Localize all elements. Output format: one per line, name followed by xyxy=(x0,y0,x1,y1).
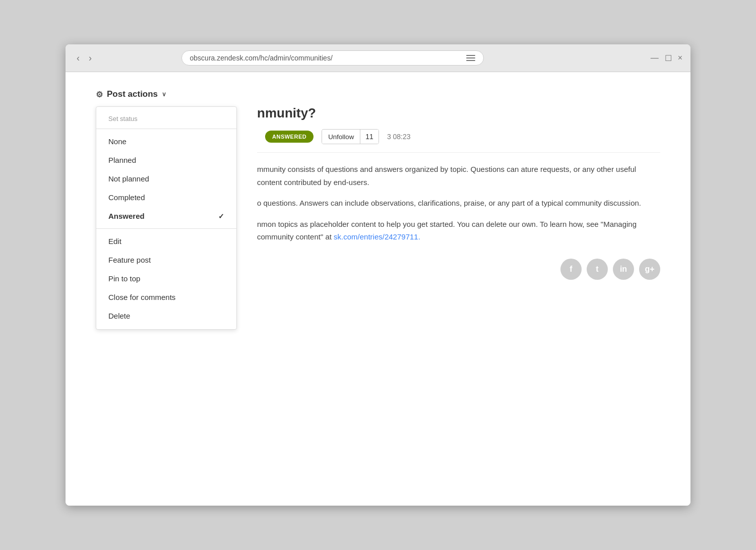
followers-count: 11 xyxy=(360,130,379,144)
article-paragraph-3: nmon topics as placeholder content to he… xyxy=(257,218,660,243)
chevron-down-icon: ∨ xyxy=(162,91,166,98)
page-content: ⚙ Post actions ∨ Set status None Planned… xyxy=(66,72,690,506)
post-actions-button[interactable]: ⚙ Post actions ∨ xyxy=(96,87,166,101)
nav-buttons: ‹ › xyxy=(74,52,95,65)
action-delete[interactable]: Delete xyxy=(96,307,236,325)
address-bar[interactable]: obscura.zendesk.com/hc/admin/communities… xyxy=(181,50,484,66)
action-close-for-comments[interactable]: Close for comments xyxy=(96,288,236,307)
post-actions-label: Post actions xyxy=(107,89,158,99)
status-answered-label: Answered xyxy=(108,212,145,220)
window-controls: — ☐ × xyxy=(651,53,682,63)
action-pin-to-top-label: Pin to top xyxy=(108,274,140,283)
status-not-planned[interactable]: Not planned xyxy=(96,169,236,188)
forward-button[interactable]: › xyxy=(86,52,95,65)
action-feature-post[interactable]: Feature post xyxy=(96,251,236,269)
unfollow-text[interactable]: Unfollow xyxy=(322,130,360,144)
social-icons: f t in g+ xyxy=(257,259,660,280)
facebook-icon[interactable]: f xyxy=(560,259,582,280)
minimize-button[interactable]: — xyxy=(651,53,659,63)
status-planned[interactable]: Planned xyxy=(96,151,236,169)
answered-checkmark: ✓ xyxy=(218,212,224,220)
action-close-for-comments-label: Close for comments xyxy=(108,293,175,301)
action-edit[interactable]: Edit xyxy=(96,232,236,251)
article-paragraph-2: o questions. Answers can include observa… xyxy=(257,197,660,210)
browser-chrome: ‹ › obscura.zendesk.com/hc/admin/communi… xyxy=(66,44,690,72)
divider-2 xyxy=(96,228,236,229)
status-none[interactable]: None xyxy=(96,132,236,151)
browser-window: ‹ › obscura.zendesk.com/hc/admin/communi… xyxy=(66,44,690,506)
action-pin-to-top[interactable]: Pin to top xyxy=(96,269,236,288)
twitter-icon[interactable]: t xyxy=(587,259,608,280)
googleplus-icon[interactable]: g+ xyxy=(639,259,660,280)
article-title: nmunity? xyxy=(257,105,660,121)
action-delete-label: Delete xyxy=(108,312,130,320)
article-inline-link[interactable]: sk.com/entries/24279711. xyxy=(334,232,420,241)
post-actions-dropdown: Set status None Planned Not planned Comp… xyxy=(96,106,237,330)
set-status-label: Set status xyxy=(96,111,236,126)
article-timestamp: 3 08:23 xyxy=(387,133,411,141)
divider-1 xyxy=(96,129,236,129)
status-completed[interactable]: Completed xyxy=(96,188,236,207)
article-paragraph-1: mmunity consists of questions and answer… xyxy=(257,163,660,189)
action-edit-label: Edit xyxy=(108,237,121,246)
article-body: mmunity consists of questions and answer… xyxy=(257,163,660,243)
action-feature-post-label: Feature post xyxy=(108,256,151,264)
url-text: obscura.zendesk.com/hc/admin/communities… xyxy=(190,54,333,62)
status-planned-label: Planned xyxy=(108,156,136,164)
browser-menu-icon[interactable] xyxy=(466,55,475,61)
linkedin-icon[interactable]: in xyxy=(613,259,634,280)
back-button[interactable]: ‹ xyxy=(74,52,83,65)
gear-icon: ⚙ xyxy=(96,90,103,99)
article-paragraph-3-text: nmon topics as placeholder content to he… xyxy=(257,220,637,241)
close-button[interactable]: × xyxy=(678,53,682,63)
answered-badge: ANSWERED xyxy=(265,131,313,143)
status-none-label: None xyxy=(108,137,127,146)
status-not-planned-label: Not planned xyxy=(108,174,149,183)
unfollow-button[interactable]: Unfollow 11 xyxy=(322,129,379,144)
article-meta: ANSWERED Unfollow 11 3 08:23 xyxy=(257,129,660,153)
maximize-button[interactable]: ☐ xyxy=(665,53,672,63)
status-completed-label: Completed xyxy=(108,193,145,202)
article-area: nmunity? ANSWERED Unfollow 11 3 08:23 mm… xyxy=(257,105,660,280)
status-answered[interactable]: Answered ✓ xyxy=(96,207,236,225)
